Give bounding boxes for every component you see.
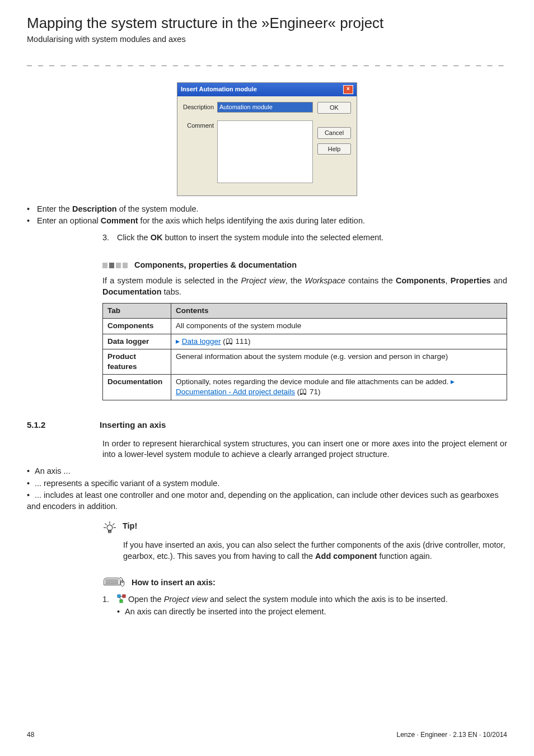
bullet-axis-variant: •... represents a specific variant of a … [27, 478, 507, 489]
comment-label: Comment [183, 120, 214, 130]
table-row: Documentation Optionally, notes regardin… [103, 375, 507, 400]
th-contents: Contents [171, 304, 507, 319]
tip-block: Tip! [102, 521, 507, 535]
page-number: 48 [27, 730, 34, 739]
page-footer: 48 Lenze · Engineer · 2.13 EN · 10/2014 [27, 730, 507, 739]
section-divider-dashes: _ _ _ _ _ _ _ _ _ _ _ _ _ _ _ _ _ _ _ _ … [27, 55, 507, 67]
bullet-description: • Enter the Description of the system mo… [27, 204, 507, 215]
howto-heading: How to insert an axis: [102, 576, 507, 589]
project-tree-icon [117, 594, 126, 603]
page-title: Mapping the system structure in the »Eng… [27, 13, 507, 33]
table-row: Product features General information abo… [103, 349, 507, 374]
svg-point-5 [107, 525, 113, 531]
step-3: 3. Click the OK button to insert the sys… [102, 232, 507, 244]
svg-rect-15 [118, 595, 120, 598]
link-data-logger[interactable]: Data logger [182, 337, 221, 346]
svg-rect-16 [123, 595, 125, 598]
dialog-insert-automation-module: Insert Automation module × Description A… [177, 82, 357, 196]
svg-rect-17 [120, 600, 123, 603]
bullet-axis-contents: •... includes at least one controller an… [27, 490, 507, 512]
svg-line-19 [119, 598, 121, 600]
lightbulb-icon [102, 521, 117, 535]
table-row: Components All components of the system … [103, 319, 507, 334]
dialog-titlebar: Insert Automation module × [177, 83, 357, 96]
table-row: Data logger ▸ Data logger (🕮 111) [103, 334, 507, 349]
svg-line-1 [105, 524, 106, 525]
footer-meta: Lenze · Engineer · 2.13 EN · 10/2014 [397, 730, 507, 739]
page-subtitle: Modularising with system modules and axe… [27, 34, 507, 45]
close-icon[interactable]: × [343, 85, 353, 94]
comment-textarea[interactable] [217, 120, 313, 183]
svg-line-2 [113, 524, 114, 525]
tip-label: Tip! [123, 521, 137, 532]
description-input[interactable]: Automation module [217, 102, 313, 113]
howto-step-1: 1. Open the Project view and select the … [102, 594, 507, 617]
components-section-para: If a system module is selected in the Pr… [102, 276, 507, 297]
th-tab: Tab [103, 304, 171, 319]
ok-button[interactable]: OK [317, 102, 351, 114]
description-label: Description [183, 102, 214, 111]
sec512-lead: In order to represent hierarchical syste… [102, 438, 507, 460]
dialog-title-text: Insert Automation module [181, 85, 257, 94]
link-documentation-details[interactable]: Documentation - Add project details [176, 388, 295, 396]
bullet-axis: •An axis ... [27, 466, 507, 477]
keyboard-mouse-icon [102, 576, 125, 589]
tip-text: If you have inserted an axis, you can al… [123, 540, 507, 562]
section-5-1-2-heading: 5.1.2 Inserting an axis [27, 419, 507, 431]
cancel-button[interactable]: Cancel [317, 127, 351, 139]
bullet-comment: • Enter an optional Comment for the axis… [27, 216, 507, 227]
tabs-table: Tab Contents Components All components o… [102, 303, 507, 400]
help-button[interactable]: Help [317, 143, 351, 155]
components-section-heading: Components, properties & documentation [102, 260, 507, 271]
